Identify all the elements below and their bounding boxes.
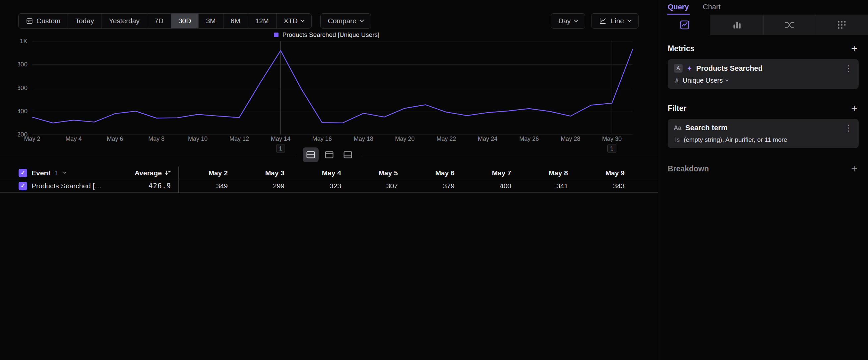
date-range-12m[interactable]: 12M: [248, 13, 277, 28]
x-tick-label: May 14: [271, 136, 290, 142]
tab-query[interactable]: Query: [667, 0, 690, 15]
calendar-icon: [26, 17, 33, 25]
compare-button[interactable]: Compare: [320, 13, 371, 29]
report-type-flows-tab[interactable]: [763, 15, 816, 35]
filter-section: Filter + Aa Search term ⋮ Is (empty stri…: [668, 103, 859, 148]
legend-swatch: [274, 32, 279, 37]
sidebar-tabs: Query Chart: [658, 0, 868, 15]
select-all-checkbox[interactable]: ✓: [19, 169, 27, 177]
line-chart: 2004006008001K11May 2May 4May 6May 8May …: [18, 38, 635, 156]
value-cell: 299: [235, 182, 292, 190]
insights-chart-icon: [679, 20, 690, 30]
date-range-6m[interactable]: 6M: [223, 13, 248, 28]
date-range-7d[interactable]: 7D: [147, 13, 171, 28]
metric-event-name: Products Searched: [696, 64, 840, 73]
chevron-down-icon: [300, 18, 305, 22]
value-cell: 400: [462, 182, 519, 190]
x-tick-label: May 2: [24, 136, 40, 142]
date-range-picker: Custom Today Yesterday 7D 30D 3M 6M 12M …: [18, 13, 312, 29]
date-column-header: May 5: [348, 169, 405, 177]
date-range-label: XTD: [284, 17, 298, 25]
filter-value[interactable]: (empty string), Air purifier, or 11 more: [684, 136, 787, 143]
date-range-today[interactable]: Today: [68, 13, 101, 28]
value-cell: 323: [292, 182, 348, 190]
frozen-column-divider: [178, 167, 179, 193]
report-toolbar: Custom Today Yesterday 7D 30D 3M 6M 12M …: [18, 13, 639, 29]
event-header-label: Event: [31, 169, 51, 177]
layout-chart-view-button[interactable]: [321, 147, 337, 162]
report-type-retention-tab[interactable]: [816, 15, 868, 35]
filter-property-name: Search term: [685, 123, 840, 132]
layout-split-view-button[interactable]: [303, 147, 319, 162]
filter-card[interactable]: Aa Search term ⋮ Is (empty string), Air …: [668, 119, 859, 148]
filter-card-main-row: Aa Search term ⋮: [674, 123, 853, 132]
bar-chart-icon: [732, 20, 742, 30]
chevron-down-icon: [360, 18, 364, 22]
aggregation-label: Unique Users: [683, 77, 723, 84]
value-cell: 307: [348, 182, 405, 190]
x-tick-label: May 26: [519, 136, 539, 142]
row-checkbox[interactable]: ✓: [19, 182, 27, 190]
value-cell: 349: [178, 182, 235, 190]
query-builder-sidebar: Query Chart: [658, 0, 868, 360]
metrics-heading: Metrics: [668, 44, 694, 53]
chevron-down-icon: [63, 170, 66, 174]
report-type-insights-tab[interactable]: [658, 15, 711, 35]
series-name-cell: ✓ Products Searched [Un...: [19, 182, 108, 190]
chart-type-dropdown[interactable]: Line: [591, 13, 639, 29]
filter-operator: Is: [675, 137, 680, 143]
report-type-funnels-tab[interactable]: [711, 15, 763, 35]
granularity-dropdown[interactable]: Day: [551, 13, 585, 29]
date-range-30d[interactable]: 30D: [171, 13, 199, 28]
retention-dots-icon: [837, 20, 847, 30]
date-column-header: May 3: [235, 169, 292, 177]
add-breakdown-button[interactable]: +: [850, 163, 859, 174]
y-tick-label: 400: [18, 108, 28, 115]
date-range-label: Custom: [36, 17, 60, 25]
filter-section-header: Filter +: [668, 103, 859, 114]
x-tick-label: May 24: [478, 136, 497, 142]
metric-letter-badge: A: [674, 64, 683, 73]
series-line: [32, 50, 632, 123]
date-range-xtd[interactable]: XTD: [277, 13, 311, 28]
event-header-cell[interactable]: ✓ Event 1: [19, 169, 108, 177]
add-filter-button[interactable]: +: [850, 103, 859, 114]
y-tick-label: 800: [18, 61, 28, 68]
tab-chart[interactable]: Chart: [702, 0, 721, 15]
date-column-header: May 2: [178, 169, 235, 177]
aggregation-dropdown[interactable]: Unique Users: [683, 77, 728, 84]
average-sort-control[interactable]: Average: [134, 169, 171, 177]
table-row: ✓ Products Searched [Un... 426.9 349 299…: [0, 179, 658, 193]
event-sparkle-icon: ✦: [687, 64, 692, 73]
date-column-header: May 4: [292, 169, 348, 177]
x-tick-label: May 16: [312, 136, 332, 142]
legend-label: Products Searched [Unique Users]: [282, 31, 380, 38]
add-metric-button[interactable]: +: [850, 43, 859, 54]
date-range-custom[interactable]: Custom: [19, 13, 68, 28]
metric-card[interactable]: A ✦ Products Searched ⋮ # Unique Users: [668, 59, 859, 89]
filter-kebab-menu[interactable]: ⋮: [844, 123, 853, 132]
layout-toggle-group: [0, 147, 658, 162]
value-cell: 343: [575, 182, 632, 190]
average-header-cell: Average: [108, 169, 178, 177]
flows-icon: [784, 20, 795, 30]
x-tick-label: May 4: [65, 136, 82, 142]
x-tick-label: May 28: [561, 136, 580, 142]
filter-heading: Filter: [668, 104, 686, 113]
filter-card-condition-row: Is (empty string), Air purifier, or 11 m…: [674, 136, 853, 143]
x-tick-label: May 10: [188, 136, 208, 142]
chart-legend[interactable]: Products Searched [Unique Users]: [18, 31, 635, 38]
layout-table-view-button[interactable]: [340, 147, 356, 162]
report-main-panel: Custom Today Yesterday 7D 30D 3M 6M 12M …: [0, 0, 658, 360]
date-column-header: May 8: [519, 169, 575, 177]
chevron-down-icon: [627, 18, 631, 22]
sort-icon: [164, 170, 171, 176]
date-range-3m[interactable]: 3M: [198, 13, 223, 28]
metric-card-main-row: A ✦ Products Searched ⋮: [674, 64, 853, 73]
query-builder-content: Metrics + A ✦ Products Searched ⋮ # Uniq…: [658, 35, 868, 182]
date-range-yesterday[interactable]: Yesterday: [101, 13, 147, 28]
date-column-header: May 7: [462, 169, 519, 177]
y-tick-label: 1K: [20, 38, 28, 45]
table-header-row: ✓ Event 1 Average May 2 May 3: [0, 167, 658, 179]
metric-kebab-menu[interactable]: ⋮: [844, 64, 853, 73]
